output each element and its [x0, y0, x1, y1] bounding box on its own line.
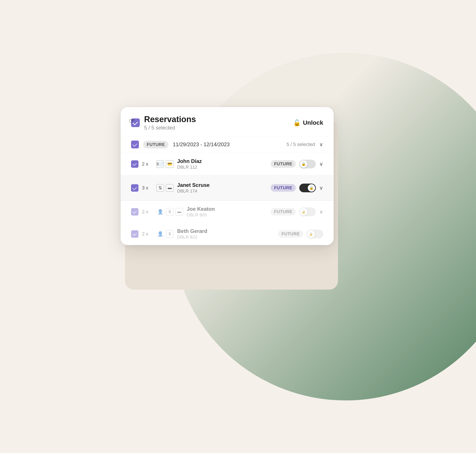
group-selected-count: 5 / 5 selected: [287, 142, 315, 147]
lock-icon: 🔓: [293, 119, 301, 127]
card-title: Reservations: [144, 115, 196, 124]
unlock-label: Unlock: [303, 119, 323, 126]
chevron-janet[interactable]: ∨: [319, 185, 323, 191]
qty-beth: 2 x: [142, 231, 153, 237]
icons-joe: 👤 $ ▬: [156, 208, 183, 216]
guest-info-joe: Joe Keaton DBLR 805: [187, 206, 267, 218]
reservation-row-joe: 2 x 👤 $ ▬ Joe Keaton DBLR 805 FUTURE 🔒 ∨: [121, 201, 334, 223]
icons-janet: ⇅ ▬: [156, 184, 174, 192]
card-header: ☞ Reservations 5 / 5 selected 🔓 Unlock: [121, 107, 334, 136]
toggle-knob-john: 🔒: [300, 160, 307, 168]
toggle-john[interactable]: 🔒: [299, 160, 316, 168]
card-icon-janet: ▬: [166, 184, 174, 192]
guest-name-janet: Janet Scruse: [177, 182, 267, 188]
scene: ☞ Reservations 5 / 5 selected 🔓 Unlock F…: [108, 107, 368, 346]
room-joe: DBLR 805: [187, 212, 267, 218]
group-badge: FUTURE: [143, 141, 168, 149]
card-icon-joe: ▬: [175, 208, 183, 216]
chevron-joe[interactable]: ∨: [319, 209, 323, 215]
room-beth: DBLR 822: [177, 235, 274, 240]
qty-janet: 3 x: [142, 185, 153, 191]
badge-janet: FUTURE: [271, 184, 296, 192]
toggle-knob-janet: 🔒: [308, 184, 315, 192]
chevron-john[interactable]: ∨: [319, 161, 323, 167]
group-checkbox[interactable]: [131, 141, 139, 149]
toggle-lock-icon-janet: 🔒: [309, 186, 314, 190]
checkbox-john[interactable]: [131, 160, 138, 168]
card-icon-john: 💳: [166, 160, 174, 168]
cursor-icon: ☞: [129, 117, 135, 125]
checkbox-joe[interactable]: [131, 208, 138, 216]
badge-john: FUTURE: [271, 160, 296, 168]
person-icon-joe: 👤: [156, 208, 164, 216]
arrows-icon: ⇅: [156, 184, 164, 192]
dollar-doc-icon: $📄: [156, 160, 164, 168]
toggle-lock-icon-joe: 🔒: [302, 210, 306, 214]
icons-beth: 👤 $: [156, 230, 174, 238]
reservation-row-janet: 3 x ⇅ ▬ Janet Scruse DBLR 174 FUTURE 🔒 ∨: [121, 175, 334, 201]
toggle-knob-joe: 🔒: [300, 208, 307, 216]
checkbox-beth[interactable]: [131, 230, 138, 238]
guest-info-john: John Díaz DBLR 112: [177, 158, 267, 170]
header-left: ☞ Reservations 5 / 5 selected: [131, 115, 196, 131]
reservations-card: ☞ Reservations 5 / 5 selected 🔓 Unlock F…: [121, 107, 334, 245]
room-janet: DBLR 174: [177, 189, 267, 194]
toggle-janet[interactable]: 🔒: [299, 184, 316, 192]
group-row: FUTURE 11/29/2023 - 12/14/2023 5 / 5 sel…: [121, 136, 334, 153]
guest-name-beth: Beth Gerard: [177, 228, 274, 234]
toggle-lock-icon-john: 🔒: [302, 162, 306, 166]
reservation-row-john: 2 x $📄 💳 John Díaz DBLR 112 FUTURE 🔒 ∨: [121, 153, 334, 175]
reservation-row-beth: 2 x 👤 $ Beth Gerard DBLR 822 FUTURE 🔒: [121, 223, 334, 245]
master-checkbox[interactable]: ☞: [131, 118, 140, 127]
toggle-knob-beth: 🔒: [307, 230, 315, 238]
group-date-range: 11/29/2023 - 12/14/2023: [173, 142, 282, 148]
unlock-button[interactable]: 🔓 Unlock: [293, 119, 323, 127]
qty-john: 2 x: [142, 161, 153, 167]
guest-name-joe: Joe Keaton: [187, 206, 267, 212]
toggle-joe[interactable]: 🔒: [299, 207, 316, 216]
badge-beth: FUTURE: [278, 230, 303, 238]
dollar-doc-icon-beth: $: [166, 230, 174, 238]
guest-name-john: John Díaz: [177, 158, 267, 164]
dollar-doc-icon-joe: $: [166, 208, 174, 216]
guest-info-janet: Janet Scruse DBLR 174: [177, 182, 267, 194]
room-john: DBLR 112: [177, 165, 267, 170]
checkbox-janet[interactable]: [131, 184, 138, 192]
header-title-group: Reservations 5 / 5 selected: [144, 115, 196, 131]
icons-john: $📄 💳: [156, 160, 174, 168]
toggle-lock-icon-beth: 🔒: [309, 232, 313, 236]
qty-joe: 2 x: [142, 209, 153, 215]
header-selected-count: 5 / 5 selected: [144, 125, 196, 131]
badge-joe: FUTURE: [271, 208, 296, 216]
group-chevron-icon[interactable]: ∨: [319, 142, 323, 148]
guest-info-beth: Beth Gerard DBLR 822: [177, 228, 274, 240]
toggle-beth[interactable]: 🔒: [307, 230, 323, 238]
person-icon-beth: 👤: [156, 230, 164, 238]
